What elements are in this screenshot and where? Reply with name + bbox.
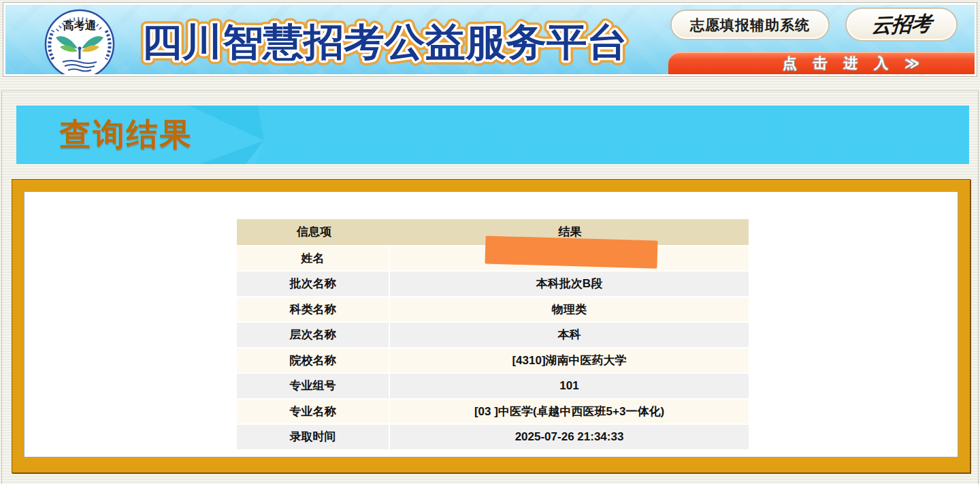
row-label: 专业组号 [237, 374, 390, 398]
table-row-level: 层次名称 本科 [237, 321, 749, 347]
header-background: 高考通 四川智慧招考公益服务平台 四川智慧招考公益服务平台 四川智慧招考公益服务… [5, 5, 975, 74]
row-value: 物理类 [390, 297, 749, 322]
site-title: 四川智慧招考公益服务平台 四川智慧招考公益服务平台 四川智慧招考公益服务平台 [136, 13, 640, 71]
volunteer-assist-system-button[interactable]: 志愿填报辅助系统 [670, 10, 830, 40]
table-row-admission-time: 录取时间 2025-07-26 21:34:33 [237, 423, 749, 449]
result-banner: 查询结果 [16, 106, 969, 164]
row-label: 专业名称 [237, 400, 390, 424]
row-label: 科类名称 [237, 297, 390, 322]
table-header-info: 信息项 [237, 219, 391, 245]
row-value: [03 ]中医学(卓越中西医班5+3一体化) [390, 400, 749, 424]
cloud-admission-label: 云招考 [870, 10, 932, 39]
cloud-admission-button[interactable]: 云招考 [845, 7, 958, 42]
table-row-university: 院校名称 [4310]湖南中医药大学 [237, 347, 749, 373]
result-panel-inner: 信息项 结果 姓名 批次名称 本科批次B段 科类名称 物理类 层次名称 本 [24, 191, 958, 457]
row-label: 姓名 [237, 246, 390, 271]
enter-button-label: 点 击 进 入 ≫ [783, 54, 926, 73]
gaokaotong-logo-icon: 高考通 [42, 6, 117, 74]
row-label: 批次名称 [237, 272, 390, 296]
row-label: 层次名称 [237, 323, 390, 347]
row-value: 本科批次B段 [390, 272, 749, 296]
result-panel: 信息项 结果 姓名 批次名称 本科批次B段 科类名称 物理类 层次名称 本 [12, 179, 970, 473]
table-row-major-name: 专业名称 [03 ]中医学(卓越中西医班5+3一体化) [237, 398, 749, 424]
enter-button[interactable]: 点 击 进 入 ≫ [668, 52, 975, 74]
row-value: 本科 [390, 323, 749, 347]
row-value: [4310]湖南中医药大学 [390, 349, 749, 373]
volunteer-assist-system-label: 志愿填报辅助系统 [690, 16, 810, 35]
table-row-batch: 批次名称 本科批次B段 [237, 270, 749, 296]
row-value: 101 [390, 374, 749, 398]
page-title: 查询结果 [60, 114, 193, 156]
row-label: 录取时间 [237, 425, 390, 449]
row-value: 2025-07-26 21:34:33 [390, 425, 749, 449]
table-row-major-group: 专业组号 101 [237, 372, 749, 398]
name-redaction-overlay [485, 236, 657, 268]
svg-text:高考通: 高考通 [63, 19, 97, 31]
site-header: 高考通 四川智慧招考公益服务平台 四川智慧招考公益服务平台 四川智慧招考公益服务… [3, 2, 977, 77]
row-label: 院校名称 [237, 349, 390, 373]
svg-text:四川智慧招考公益服务平台: 四川智慧招考公益服务平台 [142, 20, 627, 63]
table-row-subject-category: 科类名称 物理类 [237, 296, 749, 322]
page: 高考通 四川智慧招考公益服务平台 四川智慧招考公益服务平台 四川智慧招考公益服务… [0, 0, 980, 484]
